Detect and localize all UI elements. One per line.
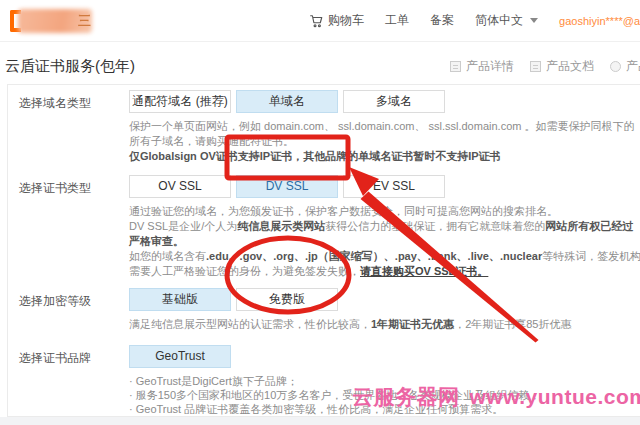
nav-workorder-label: 工单	[385, 12, 409, 29]
cert-brand-desc-line1: · GeoTrust是DigiCert旗下子品牌；	[129, 374, 640, 388]
desc-segment: ，2年期证书享85折优惠	[454, 318, 571, 330]
encryption-level-desc: 满足纯信息展示型网站的认证需求，性价比较高，1年期证书无优惠，2年期证书享85折…	[129, 317, 640, 332]
top-navbar: 三 购物车 工单 备案 简体中文 gaoshiyin****@a	[0, 0, 640, 42]
nav-record-label: 备案	[430, 12, 454, 29]
nav-workorder[interactable]: 工单	[385, 12, 409, 29]
domain-type-desc-line1: 保护一个单页面网站，例如 domain.com、 ssl.domain.com、…	[129, 119, 640, 149]
page-header: 云盾证书服务(包年) 产品详情 产品文档 产品控制台	[0, 42, 640, 88]
document-icon	[530, 61, 541, 72]
page-bottom-strip	[0, 417, 640, 425]
console-icon	[610, 61, 621, 72]
cert-brand-desc-line3: · GeoTrust 品牌证书覆盖各类加密等级，性价比高，满足企业任何预算需求。	[129, 402, 640, 416]
nav-language-label: 简体中文	[475, 12, 523, 29]
encryption-level-options: 基础版 免费版	[129, 288, 338, 311]
row-domain-type: 选择域名类型 通配符域名 (推荐) 单域名 多域名	[19, 90, 640, 113]
purchase-form-panel: 选择域名类型 通配符域名 (推荐) 单域名 多域名 保护一个单页面网站，例如 d…	[7, 84, 640, 417]
link-product-doc-label: 产品文档	[546, 58, 594, 75]
desc-segment: 满足纯信息展示型网站的认证需求，性价比较高，	[129, 318, 371, 330]
option-wildcard-domain[interactable]: 通配符域名 (推荐)	[129, 90, 231, 113]
logo-dash-icon: 三	[78, 12, 91, 30]
page-title: 云盾证书服务(包年)	[5, 57, 135, 76]
domain-type-desc-line2: 仅Globalsign OV证书支持IP证书，其他品牌的单域名证书暂时不支持IP…	[129, 149, 640, 164]
cert-type-desc-line3: 如您的域名含有.edu、.gov、.org、.jp（国家缩写）、.pay、.ba…	[129, 249, 640, 279]
nav-language-select[interactable]: 简体中文	[475, 12, 538, 29]
option-basic-edition[interactable]: 基础版	[129, 288, 231, 311]
desc-segment: 获得公信力的基础保证，拥有它就意味着您的	[325, 220, 545, 232]
cert-brand-desc-line2: · 服务150多个国家和地区的10万多名客户，受世界各地、各类规模企业及组织信赖…	[129, 388, 640, 402]
row-cert-type: 选择证书类型 OV SSL DV SSL EV SSL	[19, 175, 640, 198]
option-free-edition[interactable]: 免费版	[236, 288, 338, 311]
cert-type-label: 选择证书类型	[19, 175, 129, 198]
site-logo[interactable]: 三	[10, 9, 91, 33]
desc-segment-bold: .edu、.gov、.org、.jp（国家缩写）、.pay、.bank、.liv…	[206, 250, 542, 262]
nav-cart-label: 购物车	[328, 12, 364, 29]
nav-user-email[interactable]: gaoshiyin****@a	[559, 15, 640, 27]
option-dv-ssl[interactable]: DV SSL	[236, 175, 338, 198]
encryption-level-desc-line: 满足纯信息展示型网站的认证需求，性价比较高，1年期证书无优惠，2年期证书享85折…	[129, 317, 640, 332]
domain-type-options: 通配符域名 (推荐) 单域名 多域名	[129, 90, 445, 113]
encryption-level-label: 选择加密等级	[19, 288, 129, 311]
desc-segment-bold: 纯信息展示类网站	[237, 220, 325, 232]
row-cert-brand: 选择证书品牌 GeoTrust	[19, 345, 640, 368]
cert-type-desc-line1: 通过验证您的域名，为您颁发证书，保护客户数据安全，同时可提高您网站的搜索排名。	[129, 204, 640, 219]
cert-type-desc-line2: DV SSL是企业/个人为纯信息展示类网站获得公信力的基础保证，拥有它就意味着您…	[129, 219, 640, 249]
cart-icon	[309, 14, 324, 28]
link-product-console-label: 产品控制台	[626, 58, 640, 75]
cert-brand-desc: · GeoTrust是DigiCert旗下子品牌； · 服务150多个国家和地区…	[129, 374, 640, 416]
link-product-detail-label: 产品详情	[466, 58, 514, 75]
option-single-domain[interactable]: 单域名	[236, 90, 338, 113]
nav-cart[interactable]: 购物车	[309, 12, 364, 29]
nav-record[interactable]: 备案	[430, 12, 454, 29]
domain-type-label: 选择域名类型	[19, 90, 129, 113]
link-product-doc[interactable]: 产品文档	[530, 58, 594, 75]
desc-segment: 如您的域名含有	[129, 250, 206, 262]
domain-type-desc: 保护一个单页面网站，例如 domain.com、 ssl.domain.com、…	[129, 119, 640, 164]
document-icon	[450, 61, 461, 72]
navbar-menu: 购物车 工单 备案 简体中文 gaoshiyin****@a	[309, 12, 640, 29]
cert-type-desc: 通过验证您的域名，为您颁发证书，保护客户数据安全，同时可提高您网站的搜索排名。 …	[129, 204, 640, 279]
link-product-console[interactable]: 产品控制台	[610, 58, 640, 75]
chevron-down-icon	[530, 18, 538, 23]
desc-segment: DV SSL是企业/个人为	[129, 220, 237, 232]
option-ov-ssl[interactable]: OV SSL	[129, 175, 231, 198]
option-multi-domain[interactable]: 多域名	[343, 90, 445, 113]
desc-segment-bold: 1年期证书无优惠	[371, 318, 454, 330]
row-encryption-level: 选择加密等级 基础版 免费版	[19, 288, 640, 311]
buy-ov-ssl-link[interactable]: 请直接购买OV SSL证书。	[360, 265, 488, 277]
cert-brand-options: GeoTrust	[129, 345, 231, 368]
option-ev-ssl[interactable]: EV SSL	[343, 175, 445, 198]
product-links: 产品详情 产品文档 产品控制台	[450, 58, 640, 75]
cert-type-options: OV SSL DV SSL EV SSL	[129, 175, 445, 198]
cert-brand-label: 选择证书品牌	[19, 345, 129, 368]
option-geotrust[interactable]: GeoTrust	[129, 345, 231, 368]
link-product-detail[interactable]: 产品详情	[450, 58, 514, 75]
